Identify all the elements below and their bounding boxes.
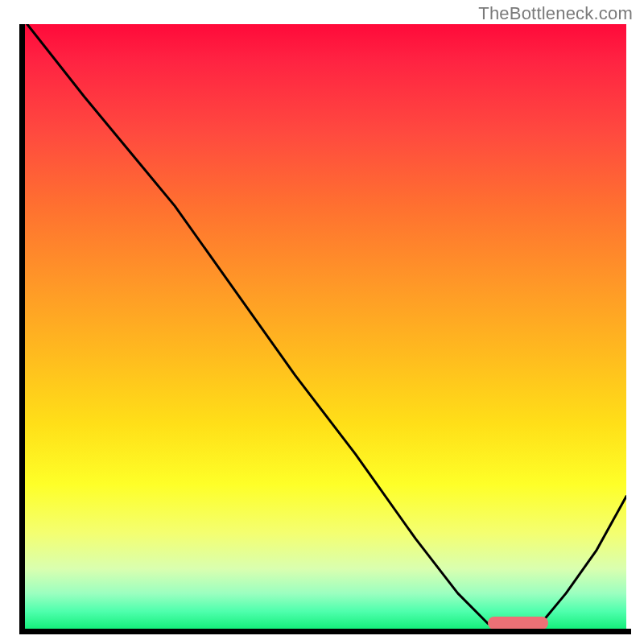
watermark-text: TheBottleneck.com [478, 3, 633, 24]
plot-gradient-background [24, 24, 626, 630]
y-axis [19, 24, 25, 634]
x-axis [19, 629, 631, 634]
chart-frame [19, 24, 631, 636]
